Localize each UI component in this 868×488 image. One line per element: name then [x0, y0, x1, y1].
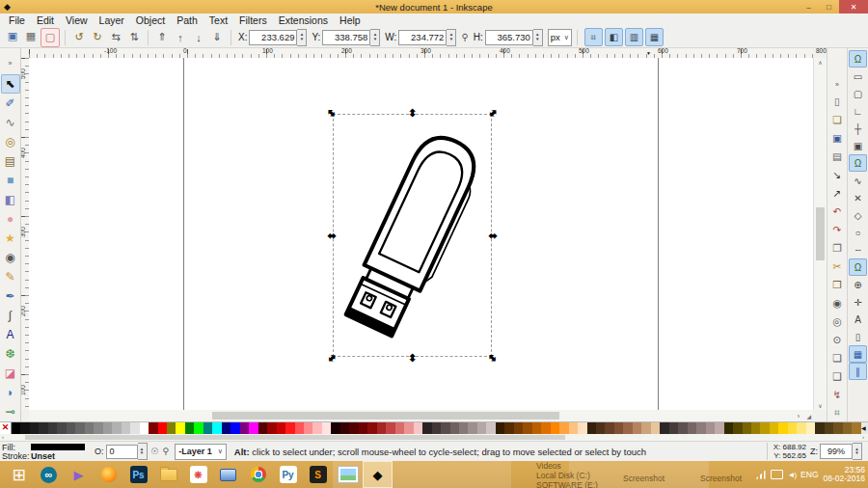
selector-tool[interactable]: ⬉	[1, 74, 20, 94]
raise-to-top-button[interactable]: ⇑	[153, 29, 171, 46]
tweak-tool[interactable]: ∿	[1, 113, 20, 132]
color-swatch[interactable]	[815, 422, 824, 434]
color-swatch[interactable]	[67, 422, 75, 434]
open-document-button[interactable]: ❏	[828, 110, 847, 128]
color-swatch[interactable]	[103, 422, 112, 434]
Path[interactable]: Path	[171, 14, 203, 27]
taskbar-python[interactable]: Py	[273, 461, 303, 488]
color-swatch[interactable]	[760, 422, 769, 434]
Help[interactable]: Help	[334, 14, 366, 27]
color-swatch[interactable]	[386, 422, 394, 434]
palette-scroll-right-icon[interactable]: ›	[862, 434, 864, 441]
color-swatch[interactable]	[751, 422, 760, 434]
Filters[interactable]: Filters	[233, 14, 273, 27]
paste-button[interactable]: ❒	[828, 275, 847, 293]
close-button[interactable]: ✕	[839, 0, 868, 14]
create-clone-button[interactable]: ❑	[828, 366, 847, 385]
horizontal-scrollbar-thumb[interactable]	[212, 412, 559, 420]
box3d-tool[interactable]: ◧	[1, 190, 20, 209]
color-swatch[interactable]	[367, 422, 376, 434]
color-swatch[interactable]	[596, 422, 605, 434]
height-input[interactable]: 365.730	[485, 30, 533, 45]
taskbar-photoshop[interactable]: Ps	[123, 461, 153, 488]
snap-guides-toggle[interactable]: ∥	[849, 363, 867, 380]
layer-lock-icon[interactable]: ⚲	[163, 447, 170, 456]
rectangle-tool[interactable]: ■	[1, 171, 20, 190]
scroll-right-icon[interactable]: ›	[798, 410, 800, 421]
color-swatch[interactable]	[477, 422, 486, 434]
color-swatch[interactable]	[349, 422, 358, 434]
color-swatch[interactable]	[578, 422, 586, 434]
copy-button[interactable]: ❐	[828, 238, 847, 257]
snap-toggle[interactable]: Ω	[849, 50, 867, 68]
se[interactable]: ⬌	[483, 348, 502, 367]
start-button[interactable]: ⊞	[4, 461, 34, 488]
zoom-input[interactable]: 99%	[820, 444, 853, 459]
color-swatch[interactable]	[733, 422, 742, 434]
color-swatch[interactable]	[395, 422, 404, 434]
color-swatch[interactable]	[724, 422, 733, 434]
color-swatch[interactable]	[331, 422, 339, 434]
color-swatch[interactable]	[94, 422, 102, 434]
color-swatch[interactable]	[130, 422, 139, 434]
Object[interactable]: Object	[130, 14, 171, 27]
color-swatch[interactable]	[843, 422, 852, 434]
clock[interactable]: 23:56 08-02-2016	[824, 466, 865, 483]
canvas[interactable]: ⬌⬍⬌⬌⬌⬍⬌⬌	[29, 58, 813, 410]
color-swatch[interactable]	[441, 422, 449, 434]
taskbar-arduino[interactable]: ∞	[34, 461, 64, 488]
zoom-page-button[interactable]: ⊙	[828, 330, 847, 348]
nw[interactable]: ⬌	[322, 103, 341, 122]
color-swatch[interactable]	[541, 422, 550, 434]
color-swatch[interactable]	[559, 422, 568, 434]
palette-scrollbar-thumb[interactable]	[25, 435, 565, 440]
deselect-button[interactable]: ▢	[41, 28, 60, 47]
color-swatch[interactable]	[450, 422, 459, 434]
color-swatch[interactable]	[340, 422, 349, 434]
print-button[interactable]: ▤	[828, 147, 847, 165]
snap-object-centers-toggle[interactable]: ⊕	[849, 276, 867, 293]
minimize-button[interactable]: –	[799, 0, 819, 14]
color-swatch[interactable]	[778, 422, 787, 434]
network-signal-icon[interactable]	[756, 471, 766, 479]
color-swatch[interactable]	[85, 422, 94, 434]
color-swatch[interactable]	[422, 422, 431, 434]
y-input[interactable]: 338.758	[322, 30, 370, 45]
color-swatch[interactable]	[432, 422, 441, 434]
transform-gradient-toggle[interactable]: ▥	[625, 28, 643, 46]
color-swatch[interactable]	[569, 422, 578, 434]
y-spinner[interactable]: ▲▼	[370, 29, 380, 46]
color-swatch[interactable]	[688, 422, 696, 434]
color-swatch[interactable]	[359, 422, 367, 434]
x-spinner[interactable]: ▲▼	[297, 29, 307, 46]
spray-tool[interactable]: ❆	[1, 344, 20, 364]
text-tool[interactable]: A	[1, 325, 20, 344]
color-swatch[interactable]	[788, 422, 797, 434]
color-swatch[interactable]	[404, 422, 413, 434]
taskbar-picsart[interactable]: ❋	[183, 461, 213, 488]
color-swatch[interactable]	[39, 422, 47, 434]
color-swatch[interactable]	[414, 422, 422, 434]
color-swatch[interactable]	[122, 422, 130, 434]
palette-scroll-left-icon[interactable]: ‹	[2, 434, 4, 441]
snap-bbox-edges-toggle[interactable]: ▢	[849, 85, 867, 102]
color-swatch[interactable]	[112, 422, 121, 434]
no-color-swatch[interactable]: ✕	[0, 422, 12, 434]
calligraphy-tool[interactable]: ∫	[1, 306, 20, 325]
paint-bucket-tool[interactable]: ◗	[1, 383, 20, 402]
color-swatch[interactable]	[504, 422, 513, 434]
star-tool[interactable]: ★	[1, 229, 20, 248]
lower-button[interactable]: ↓	[190, 29, 207, 46]
color-swatch[interactable]	[212, 422, 221, 434]
snap-line-midpoints-toggle[interactable]: ╌	[849, 241, 867, 258]
layer-visibility-icon[interactable]: ☉	[151, 447, 159, 456]
taskbar-file-explorer[interactable]	[153, 461, 183, 488]
color-swatch[interactable]	[496, 422, 504, 434]
cut-button[interactable]: ✂	[828, 257, 847, 275]
snap-path-intersections-toggle[interactable]: ✕	[849, 189, 867, 206]
snap-rotation-centers-toggle[interactable]: ✛	[849, 293, 867, 311]
unlink-clone-button[interactable]: ↯	[828, 385, 847, 403]
Text[interactable]: Text	[203, 14, 233, 27]
color-swatch[interactable]	[48, 422, 57, 434]
color-swatch[interactable]	[852, 422, 860, 434]
